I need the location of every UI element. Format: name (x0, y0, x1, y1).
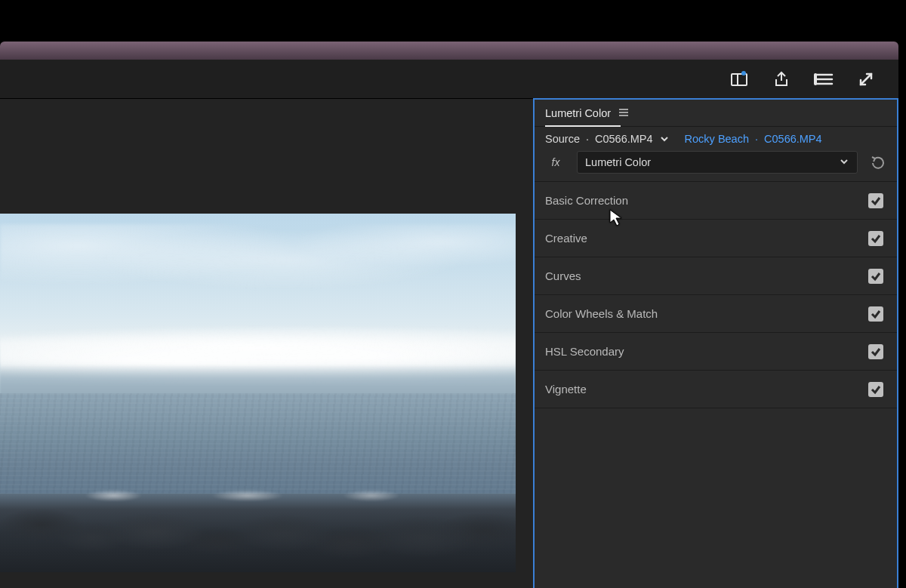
section-label: Color Wheels & Match (545, 307, 658, 320)
letterbox-right (898, 42, 906, 588)
preview-image[interactable] (0, 214, 516, 572)
preview-scene (0, 214, 516, 572)
section-checkbox[interactable] (868, 193, 883, 208)
section-creative[interactable]: Creative (535, 220, 897, 257)
source-clip-name[interactable]: C0566.MP4 (595, 133, 653, 145)
chevron-down-icon[interactable] (659, 134, 670, 144)
active-tab-underline (545, 125, 621, 127)
panel-menu-icon[interactable] (618, 106, 629, 120)
chevron-down-icon (839, 156, 849, 169)
section-color-wheels-match[interactable]: Color Wheels & Match (535, 295, 897, 333)
source-prefix: Source (545, 133, 580, 145)
fullscreen-icon[interactable] (856, 69, 876, 89)
section-vignette[interactable]: Vignette (535, 371, 897, 408)
lumetri-panel: Lumetri Color Source · C0566.MP4 Rocky B… (533, 98, 898, 588)
program-monitor (0, 98, 533, 588)
section-label: Creative (545, 232, 587, 245)
export-icon[interactable] (772, 69, 791, 89)
top-toolbar (0, 60, 898, 98)
effect-name: Lumetri Color (585, 156, 651, 168)
section-basic-correction[interactable]: Basic Correction (535, 182, 897, 220)
reset-button[interactable] (868, 153, 886, 171)
panel-header[interactable]: Lumetri Color (535, 100, 897, 127)
section-checkbox[interactable] (868, 231, 883, 246)
workspace-icon[interactable] (729, 69, 749, 89)
letterbox-top (0, 0, 906, 42)
section-checkbox[interactable] (868, 269, 883, 284)
section-checkbox[interactable] (868, 382, 883, 397)
section-label: Vignette (545, 383, 587, 396)
svg-point-2 (741, 71, 746, 75)
section-hsl-secondary[interactable]: HSL Secondary (535, 333, 897, 371)
section-label: HSL Secondary (545, 345, 624, 358)
effect-dropdown[interactable]: Lumetri Color (577, 151, 858, 174)
section-label: Basic Correction (545, 194, 628, 207)
section-checkbox[interactable] (868, 306, 883, 322)
section-list: Basic CorrectionCreativeCurvesColor Whee… (535, 182, 897, 408)
dot-sep: · (586, 133, 589, 145)
svg-rect-0 (732, 74, 747, 85)
source-row: Source · C0566.MP4 Rocky Beach · C0566.M… (535, 127, 897, 148)
app-frame: Lumetri Color Source · C0566.MP4 Rocky B… (0, 60, 898, 588)
window-chrome (0, 42, 898, 60)
sequence-clip-name[interactable]: C0566.MP4 (764, 133, 822, 145)
svg-line-8 (861, 74, 871, 85)
panel-title: Lumetri Color (545, 107, 611, 119)
quick-export-icon[interactable] (814, 69, 834, 89)
effect-row: fx Lumetri Color (535, 148, 897, 182)
section-label: Curves (545, 269, 581, 282)
dot-sep-2: · (755, 133, 758, 145)
sequence-name[interactable]: Rocky Beach (685, 133, 749, 145)
section-curves[interactable]: Curves (535, 257, 897, 295)
section-checkbox[interactable] (868, 344, 883, 359)
fx-badge[interactable]: fx (545, 156, 566, 168)
